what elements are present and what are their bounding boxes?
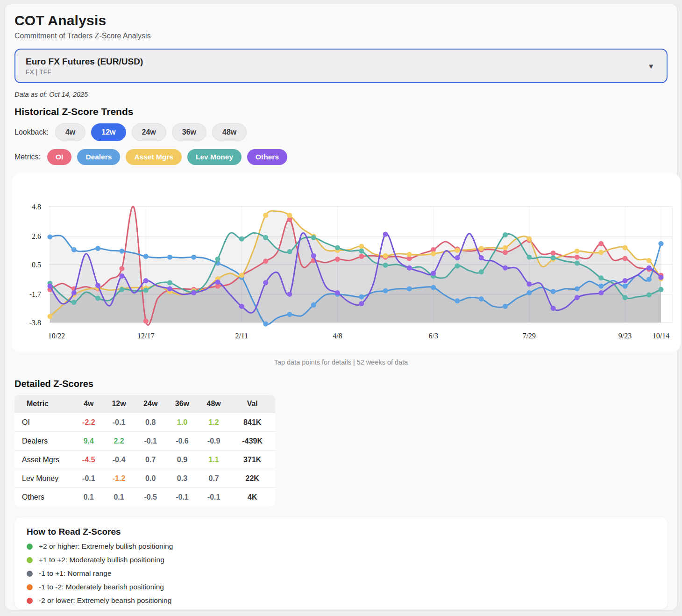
data-point-others[interactable] — [287, 292, 292, 297]
data-point-others[interactable] — [48, 284, 53, 289]
data-point-others[interactable] — [311, 253, 316, 258]
data-point-lev-money[interactable] — [167, 280, 172, 285]
data-point-others[interactable] — [383, 232, 388, 237]
data-point-lev-money[interactable] — [383, 263, 388, 268]
data-point-lev-money[interactable] — [646, 292, 652, 297]
data-point-dealers[interactable] — [431, 285, 436, 290]
data-point-others[interactable] — [526, 281, 532, 287]
data-point-asset-mgrs[interactable] — [455, 248, 460, 253]
data-point-asset-mgrs[interactable] — [431, 251, 436, 256]
metric-chip-asset-mgrs[interactable]: Asset Mgrs — [126, 149, 182, 165]
data-point-lev-money[interactable] — [119, 287, 124, 292]
data-point-oi[interactable] — [119, 266, 124, 271]
data-point-dealers[interactable] — [526, 290, 532, 295]
data-point-others[interactable] — [503, 265, 508, 271]
lookback-pill-24w[interactable]: 24w — [132, 123, 166, 141]
data-point-asset-mgrs[interactable] — [359, 244, 364, 249]
data-point-lev-money[interactable] — [503, 232, 508, 237]
data-point-dealers[interactable] — [551, 289, 556, 294]
data-point-oi[interactable] — [335, 257, 340, 262]
data-point-oi[interactable] — [359, 254, 364, 259]
data-point-others[interactable] — [623, 278, 628, 283]
data-point-dealers[interactable] — [659, 241, 664, 246]
data-point-dealers[interactable] — [359, 294, 364, 300]
data-point-lev-money[interactable] — [287, 249, 292, 254]
lookback-pill-36w[interactable]: 36w — [172, 123, 206, 141]
data-point-lev-money[interactable] — [311, 235, 316, 240]
data-point-dealers[interactable] — [479, 296, 484, 301]
data-point-asset-mgrs[interactable] — [503, 245, 508, 250]
data-point-lev-money[interactable] — [71, 300, 77, 305]
data-point-asset-mgrs[interactable] — [263, 213, 268, 218]
data-point-others[interactable] — [598, 290, 604, 295]
data-point-dealers[interactable] — [575, 286, 580, 291]
data-point-dealers[interactable] — [263, 321, 268, 326]
data-point-lev-money[interactable] — [143, 287, 149, 293]
lookback-pill-12w[interactable]: 12w — [91, 123, 126, 141]
data-point-dealers[interactable] — [48, 234, 53, 239]
data-point-asset-mgrs[interactable] — [48, 314, 53, 319]
data-point-dealers[interactable] — [143, 254, 149, 259]
data-point-dealers[interactable] — [383, 288, 388, 294]
data-point-lev-money[interactable] — [215, 257, 220, 262]
data-point-asset-mgrs[interactable] — [526, 236, 532, 242]
data-point-dealers[interactable] — [119, 249, 124, 254]
data-point-lev-money[interactable] — [526, 255, 532, 260]
data-point-lev-money[interactable] — [239, 236, 244, 242]
data-point-lev-money[interactable] — [359, 249, 364, 254]
data-point-others[interactable] — [659, 275, 664, 280]
data-point-others[interactable] — [479, 255, 484, 260]
data-point-dealers[interactable] — [311, 302, 316, 308]
data-point-asset-mgrs[interactable] — [623, 245, 628, 250]
data-point-lev-money[interactable] — [263, 235, 268, 240]
metric-chip-lev-money[interactable]: Lev Money — [187, 149, 242, 165]
lookback-pill-48w[interactable]: 48w — [212, 123, 247, 141]
data-point-asset-mgrs[interactable] — [479, 246, 484, 251]
data-point-lev-money[interactable] — [623, 295, 628, 300]
data-point-others[interactable] — [71, 290, 77, 295]
lookback-pill-4w[interactable]: 4w — [55, 123, 85, 141]
data-point-others[interactable] — [95, 283, 100, 288]
data-point-lev-money[interactable] — [659, 287, 664, 292]
data-point-lev-money[interactable] — [551, 255, 556, 260]
data-point-others[interactable] — [359, 301, 364, 306]
data-point-dealers[interactable] — [503, 304, 508, 309]
data-point-others[interactable] — [119, 273, 124, 279]
data-point-others[interactable] — [551, 306, 556, 311]
zscore-trend-chart[interactable]: 4.82.60.5-1.7-3.810/2212/172/114/86/37/2… — [12, 173, 681, 352]
data-point-lev-money[interactable] — [95, 296, 100, 301]
data-point-oi[interactable] — [503, 250, 508, 255]
data-point-dealers[interactable] — [646, 277, 652, 282]
data-point-asset-mgrs[interactable] — [575, 249, 580, 254]
data-point-others[interactable] — [167, 286, 172, 291]
data-point-dealers[interactable] — [167, 255, 172, 260]
data-point-others[interactable] — [191, 290, 196, 295]
data-point-oi[interactable] — [598, 241, 604, 246]
data-point-oi[interactable] — [143, 319, 149, 324]
data-point-others[interactable] — [646, 265, 652, 271]
data-point-lev-money[interactable] — [479, 269, 484, 274]
data-point-asset-mgrs[interactable] — [287, 213, 292, 218]
instrument-select[interactable]: Euro FX Futures (EUR/USD) FX | TFF ▼ — [14, 49, 668, 83]
data-point-lev-money[interactable] — [575, 261, 580, 266]
data-point-dealers[interactable] — [407, 286, 412, 291]
data-point-lev-money[interactable] — [598, 275, 604, 280]
data-point-others[interactable] — [455, 255, 460, 260]
data-point-asset-mgrs[interactable] — [239, 273, 244, 278]
data-point-dealers[interactable] — [455, 298, 460, 303]
data-point-dealers[interactable] — [191, 255, 196, 260]
data-point-asset-mgrs[interactable] — [646, 258, 652, 263]
data-point-others[interactable] — [143, 278, 149, 283]
data-point-oi[interactable] — [623, 256, 628, 261]
metric-chip-dealers[interactable]: Dealers — [77, 149, 120, 165]
data-point-oi[interactable] — [575, 255, 580, 260]
data-point-oi[interactable] — [551, 251, 556, 256]
data-point-asset-mgrs[interactable] — [407, 252, 412, 257]
data-point-lev-money[interactable] — [335, 245, 340, 250]
data-point-others[interactable] — [407, 265, 412, 271]
data-point-others[interactable] — [431, 271, 436, 276]
data-point-dealers[interactable] — [71, 247, 77, 252]
data-point-dealers[interactable] — [598, 284, 604, 289]
data-point-others[interactable] — [263, 280, 268, 285]
data-point-lev-money[interactable] — [455, 263, 460, 268]
